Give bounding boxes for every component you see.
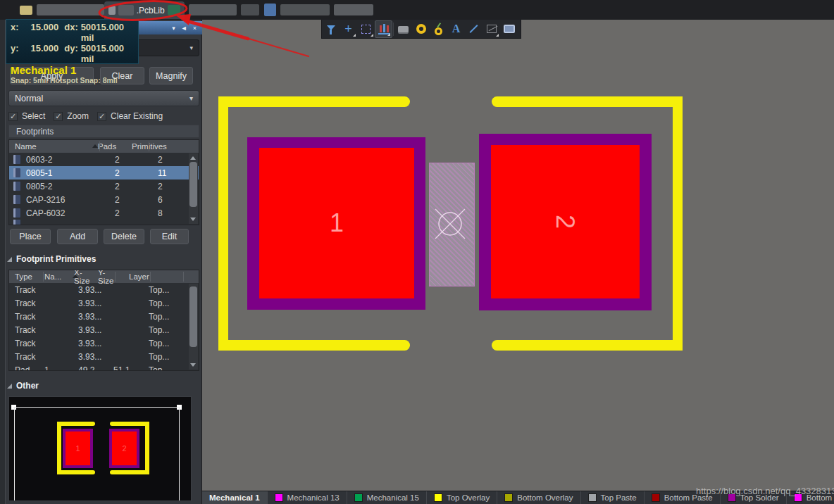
footprint-icon bbox=[13, 168, 20, 177]
footprint-icon bbox=[13, 208, 20, 218]
primitive-row[interactable]: Track 3.93... Top... bbox=[9, 323, 199, 336]
layer-color-chip bbox=[275, 493, 283, 502]
place-via-icon[interactable] bbox=[430, 20, 447, 38]
magnify-button[interactable]: Magnify bbox=[149, 67, 193, 84]
mask-mode-select[interactable]: Normal ▾ bbox=[8, 90, 199, 106]
col-separator bbox=[80, 272, 80, 282]
primitive-layer: Top... bbox=[149, 325, 181, 335]
silkscreen-track[interactable] bbox=[492, 96, 683, 107]
silkscreen-track[interactable] bbox=[673, 96, 683, 351]
layer-tab-top-overlay[interactable]: Top Overlay bbox=[427, 491, 497, 504]
col-separator bbox=[183, 272, 184, 282]
select-check-icon[interactable]: ✓ bbox=[8, 112, 18, 121]
add-button[interactable]: Add bbox=[57, 229, 98, 244]
col-type[interactable]: Type bbox=[9, 272, 39, 281]
panel-edge-strip[interactable] bbox=[0, 20, 6, 504]
col-primitives[interactable]: Primitives bbox=[126, 142, 167, 151]
primitive-row[interactable]: Track 3.93... Top... bbox=[9, 336, 199, 350]
pcb-editor-canvas[interactable]: + bbox=[202, 20, 834, 491]
layer-tab-mechanical-15[interactable]: Mechanical 15 bbox=[347, 491, 427, 504]
footprint-primitives: 2 bbox=[152, 182, 190, 191]
footprint-row-cap-6032[interactable]: CAP-6032 2 8 bbox=[9, 206, 199, 220]
edit-button[interactable]: Edit bbox=[150, 229, 189, 244]
footprint-preview[interactable]: 1 2 bbox=[8, 396, 192, 501]
place-button[interactable]: Place bbox=[10, 229, 51, 244]
footprints-table-header[interactable]: Name Pads Primitives bbox=[9, 140, 199, 153]
panel-close-icon[interactable]: × bbox=[193, 25, 197, 32]
clear-existing-checkbox[interactable]: ✓ Clear Existing bbox=[97, 111, 163, 121]
scroll-down-icon[interactable] bbox=[190, 218, 196, 221]
primitives-table: Type Na... X-Size Y-Size Layer Track 3.9… bbox=[8, 270, 199, 371]
primitives-table-header[interactable]: Type Na... X-Size Y-Size Layer bbox=[9, 270, 199, 283]
delete-button[interactable]: Delete bbox=[104, 229, 144, 244]
primitive-row-pad[interactable]: Pad 1 49.2... 51.1... Top bbox=[9, 363, 199, 371]
pcblib-document-tab[interactable]: .PcbLib bbox=[104, 1, 185, 19]
primitive-type: Track bbox=[9, 352, 43, 362]
footprint-row-0805-1[interactable]: 0805-1 2 11 bbox=[9, 166, 199, 179]
select-rect-icon[interactable] bbox=[357, 20, 375, 38]
filter-icon[interactable] bbox=[322, 20, 340, 38]
section-expander-icon[interactable] bbox=[7, 384, 12, 389]
clear-existing-check-icon[interactable]: ✓ bbox=[97, 112, 106, 121]
layer-color-chip bbox=[434, 493, 442, 502]
pad-1-copper[interactable]: 1 bbox=[259, 148, 414, 298]
silkscreen-track[interactable] bbox=[218, 96, 228, 351]
primitive-row[interactable]: Track 3.93... Top... bbox=[9, 310, 199, 323]
primitives-scrollbar[interactable] bbox=[189, 284, 198, 370]
primitive-type: Track bbox=[9, 312, 43, 322]
silkscreen-track[interactable] bbox=[218, 96, 410, 107]
layer-tab-mechanical-1[interactable]: Mechanical 1 bbox=[202, 491, 268, 504]
pad-1[interactable]: 1 bbox=[247, 137, 425, 310]
section-expander-icon[interactable] bbox=[7, 257, 12, 262]
footprint-row-partial[interactable] bbox=[9, 220, 199, 225]
title-bar: .PcbLib bbox=[0, 0, 834, 20]
layer-tab-bottom-overlay[interactable]: Bottom Overlay bbox=[497, 491, 580, 504]
silkscreen-track[interactable] bbox=[218, 340, 410, 351]
col-prim-name[interactable]: Na... bbox=[39, 272, 61, 281]
place-line-icon[interactable] bbox=[465, 20, 483, 38]
silkscreen-track[interactable] bbox=[492, 340, 683, 351]
place-component-icon[interactable] bbox=[394, 20, 412, 38]
primitives-section-header[interactable]: Footprint Primitives bbox=[7, 254, 96, 264]
pcb-library-panel: ▾ ◄ × ▾ x: 15.000 dx: 50015.000 mil y: 1… bbox=[0, 20, 202, 504]
place-pad-icon[interactable] bbox=[412, 20, 430, 38]
scroll-down-icon[interactable] bbox=[190, 363, 196, 367]
select-checkbox[interactable]: ✓ Select bbox=[8, 111, 45, 121]
footprints-scrollbar[interactable] bbox=[189, 153, 198, 224]
footprint-row-0805-2[interactable]: 0805-2 2 2 bbox=[9, 179, 199, 193]
col-layer[interactable]: Layer bbox=[120, 272, 149, 281]
primitive-row[interactable]: Track 3.93... Top... bbox=[9, 296, 199, 310]
col-name[interactable]: Name bbox=[9, 142, 87, 151]
scroll-up-icon[interactable] bbox=[190, 156, 196, 160]
pad-2[interactable]: 2 bbox=[479, 134, 652, 310]
zoom-check-icon[interactable]: ✓ bbox=[54, 112, 63, 121]
pad-array-icon[interactable] bbox=[375, 20, 392, 38]
place-fill-icon[interactable] bbox=[483, 20, 500, 38]
scroll-thumb[interactable] bbox=[189, 162, 197, 207]
footprint-row-0603-2[interactable]: 0603-2 2 2 bbox=[9, 153, 199, 166]
footprint-row-cap-3216[interactable]: CAP-3216 2 6 bbox=[9, 193, 199, 206]
place-room-icon[interactable] bbox=[500, 20, 518, 38]
pad-2-copper[interactable]: 2 bbox=[491, 145, 640, 298]
primitive-x-size: 3.93... bbox=[78, 352, 113, 362]
hud-x-label: x: bbox=[11, 22, 22, 43]
other-section-header[interactable]: Other bbox=[7, 381, 39, 391]
place-string-icon[interactable]: A bbox=[447, 20, 465, 38]
censored-tab-extra bbox=[168, 5, 180, 15]
panel-pin-icon[interactable]: ◄ bbox=[181, 25, 187, 32]
censored-menu-1 bbox=[189, 4, 237, 15]
preview-pad-2-copper: 2 bbox=[112, 431, 137, 465]
layer-color-chip bbox=[652, 493, 660, 502]
select-checkbox-label: Select bbox=[22, 111, 45, 121]
zoom-checkbox[interactable]: ✓ Zoom bbox=[54, 111, 89, 121]
panel-chevron-down-icon[interactable]: ▾ bbox=[172, 25, 175, 32]
primitive-row[interactable]: Track 3.93... Top... bbox=[9, 350, 199, 363]
layer-tab-top-paste[interactable]: Top Paste bbox=[581, 491, 645, 504]
layer-tab-mechanical-13[interactable]: Mechanical 13 bbox=[268, 491, 347, 504]
zoom-checkbox-label: Zoom bbox=[67, 111, 89, 121]
via-ring bbox=[435, 27, 442, 35]
col-y-size[interactable]: Y-Size bbox=[91, 270, 120, 285]
move-tool-icon[interactable]: + bbox=[340, 20, 357, 38]
scroll-thumb[interactable] bbox=[189, 286, 197, 347]
footprints-section-header[interactable]: Footprints bbox=[8, 125, 199, 138]
